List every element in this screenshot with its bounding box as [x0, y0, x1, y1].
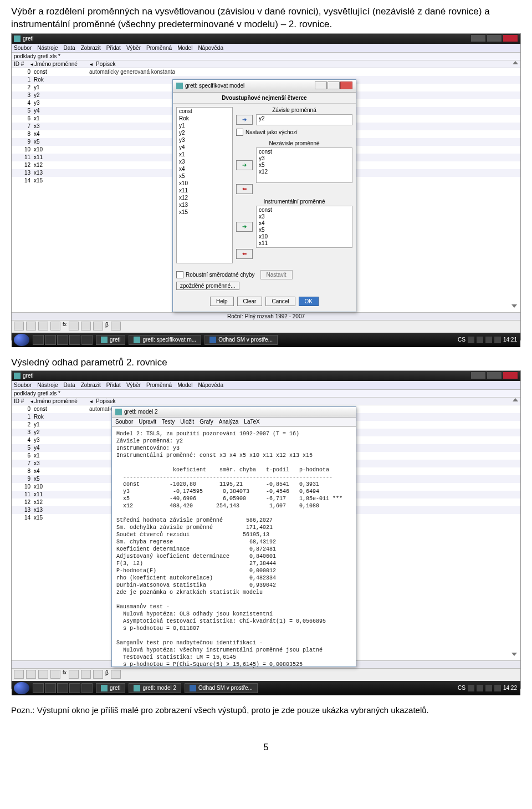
bottom-toolbar[interactable]: fxβ	[12, 320, 520, 333]
dialog-window-buttons[interactable]	[314, 82, 352, 90]
source-item[interactable]: x15	[177, 208, 232, 216]
source-item[interactable]: x10	[177, 180, 232, 187]
main-menubar[interactable]: SouborNástrojeDataZobrazitPřidatVýběrPro…	[12, 381, 520, 390]
model-output-window: gretl: model 2 SouborUpravitTestyUložitG…	[111, 406, 356, 667]
dependent-field[interactable]: y2	[256, 114, 352, 125]
var-header: ID #◂ Jméno proměnné◂ Popisek	[12, 60, 520, 68]
source-item[interactable]: y4	[177, 144, 232, 151]
var-row[interactable]: 0constautomaticky generovaná konstanta	[12, 68, 520, 76]
screenshot-specify-model: gretl SouborNástrojeDataZobrazitPřidatVý…	[11, 33, 521, 340]
start-orb-icon[interactable]	[14, 334, 29, 346]
task-model[interactable]: gretl: model 2	[129, 683, 181, 693]
scroll-up-icon[interactable]	[513, 61, 518, 64]
app-title: gretl	[14, 35, 33, 42]
specify-model-dialog: gretl: specifikovat model Dvoustupňové n…	[172, 79, 356, 312]
bottom-toolbar[interactable]: fxβ	[12, 668, 520, 681]
instruments-list[interactable]: constx3x4x5x10x11	[256, 206, 352, 248]
clear-button[interactable]: Clear	[237, 297, 263, 306]
lang-indicator[interactable]: CS	[458, 685, 466, 691]
source-item[interactable]: x5	[177, 172, 232, 180]
main-titlebar: gretl	[12, 371, 520, 381]
source-item[interactable]: const	[177, 108, 232, 115]
source-item[interactable]: x12	[177, 194, 232, 201]
independent-list[interactable]: consty3x5x12	[256, 147, 352, 183]
indep-item[interactable]: const	[259, 149, 350, 155]
help-button[interactable]: Help	[210, 297, 234, 306]
add-instr-button[interactable]: ➔	[236, 222, 253, 232]
task-gretl[interactable]: gretl	[96, 335, 125, 345]
clock: 14:21	[503, 337, 517, 343]
footnote: Pozn.: Výstupní okno je příliš malé pro …	[11, 705, 521, 715]
taskbar[interactable]: gretl gretl: model 2 Odhad SM v prostře.…	[12, 681, 520, 695]
clock: 14:22	[503, 685, 517, 691]
robust-checkbox[interactable]	[176, 271, 183, 278]
label-dependent: Závisle proměnná	[236, 107, 352, 113]
file-line: podklady gretl.xls *	[12, 390, 520, 398]
ok-button[interactable]: OK	[299, 297, 319, 306]
robust-label: Robustní směrodatné chyby	[186, 272, 255, 278]
default-label: Nastavit jako výchozí	[245, 129, 298, 135]
remove-indep-button[interactable]: ⬅	[236, 184, 253, 194]
add-indep-button[interactable]: ➔	[236, 160, 253, 170]
start-orb-icon[interactable]	[14, 682, 29, 694]
source-varlist[interactable]: constRoky1y2y3y4x1x3x4x5x10x11x12x13x15	[176, 107, 233, 263]
source-item[interactable]: x1	[177, 151, 232, 158]
indep-item[interactable]: x5	[259, 162, 350, 169]
source-item[interactable]: x3	[177, 158, 232, 165]
main-titlebar: gretl	[12, 34, 520, 44]
close-icon	[340, 82, 352, 89]
label-instruments: Instrumentální proměnné	[236, 199, 352, 205]
caption-2: Výsledný odhad parametrů 2. rovnice	[11, 357, 521, 368]
instr-item[interactable]: x10	[259, 233, 350, 240]
screenshot-model-output: gretl SouborNástrojeDataZobrazitPřidatVý…	[11, 370, 521, 689]
cancel-button[interactable]: Cancel	[265, 297, 295, 306]
main-menubar[interactable]: SouborNástrojeDataZobrazitPřidatVýběrPro…	[12, 44, 520, 53]
robust-set-button[interactable]: Nastavit	[260, 270, 293, 279]
indep-item[interactable]: x12	[259, 169, 350, 175]
lagged-button[interactable]: zpožděné proměnné...	[176, 282, 239, 290]
source-item[interactable]: x13	[177, 201, 232, 208]
instr-item[interactable]: x5	[259, 227, 350, 233]
model-output-text[interactable]: Model 2: TSLS, za použití pozorování 199…	[112, 426, 356, 666]
dialog-subtitle: Dvoustupňové nejmenší čtverce	[173, 93, 356, 104]
instr-item[interactable]: const	[259, 207, 350, 213]
scroll-up-icon[interactable]	[513, 398, 518, 401]
task-dialog[interactable]: gretl: specifikovat m...	[129, 335, 201, 345]
remove-instr-button[interactable]: ⬅	[236, 249, 253, 259]
window-buttons[interactable]	[470, 34, 518, 43]
scroll-down-icon[interactable]	[511, 653, 517, 656]
source-item[interactable]: y3	[177, 136, 232, 144]
taskbar[interactable]: gretl gretl: specifikovat m... Odhad SM …	[12, 333, 520, 347]
dialog-title: gretl: specifikovat model	[176, 83, 244, 89]
move-dep-button[interactable]: ➔	[236, 115, 253, 125]
task-word[interactable]: Odhad SM v prostře...	[185, 683, 258, 693]
instr-item[interactable]: x4	[259, 220, 350, 227]
source-item[interactable]: y2	[177, 129, 232, 136]
model-title: gretl: model 2	[115, 409, 158, 415]
lang-indicator[interactable]: CS	[458, 337, 466, 343]
intro-text: Výběr a rozdělení proměnných na vysvětlo…	[11, 6, 521, 31]
source-item[interactable]: x4	[177, 165, 232, 172]
default-checkbox[interactable]	[236, 129, 243, 136]
scroll-down-icon[interactable]	[511, 304, 517, 308]
page-number: 5	[11, 742, 521, 752]
model-menubar[interactable]: SouborUpravitTestyUložitGrafyAnalýzaLaTe…	[112, 418, 356, 426]
source-item[interactable]: y1	[177, 122, 232, 129]
source-item[interactable]: Rok	[177, 115, 232, 122]
file-line: podklady gretl.xls *	[12, 53, 520, 60]
status-line: Roční: Plný rozsah 1992 - 2007	[12, 312, 520, 320]
indep-item[interactable]: y3	[259, 155, 350, 162]
close-icon	[503, 34, 518, 42]
source-item[interactable]: x11	[177, 187, 232, 194]
task-word[interactable]: Odhad SM v prostře...	[204, 335, 278, 345]
task-gretl[interactable]: gretl	[96, 683, 125, 693]
instr-item[interactable]: x3	[259, 213, 350, 220]
instr-item[interactable]: x11	[259, 240, 350, 247]
label-independent: Nezávisle proměnné	[236, 140, 352, 146]
